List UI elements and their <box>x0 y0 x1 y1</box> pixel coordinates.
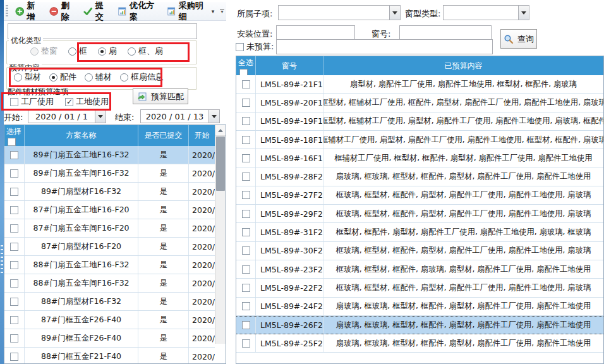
window-row[interactable]: LM5L-89#-28F26扇玻璃, 框玻璃, 框型材, 框配件, 扇型材, 扇… <box>236 167 603 186</box>
checkbox-option[interactable]: 工地使用 <box>65 96 109 107</box>
plan-row[interactable]: 88#门扇型材F16-F32是2020/0 <box>4 293 215 311</box>
row-checkbox[interactable] <box>242 339 250 348</box>
row-checkbox[interactable] <box>10 298 18 306</box>
column-header-select[interactable]: 选择 <box>4 125 25 146</box>
row-select-cell[interactable] <box>236 242 256 260</box>
row-checkbox[interactable] <box>10 206 18 214</box>
row-checkbox[interactable] <box>242 191 250 199</box>
window-row[interactable]: LM5L-89#-16F15框辅材工厂使用, 框型材, 框配件, 扇型材, 扇配… <box>236 149 603 167</box>
window-row[interactable]: LM5L-89#-19F17框型材, 框辅材工厂使用, 扇型材, 扇配件工厂使用… <box>236 112 603 131</box>
row-select-cell[interactable] <box>236 334 256 352</box>
vertical-scrollbar[interactable] <box>215 125 226 344</box>
row-checkbox[interactable] <box>10 243 18 251</box>
end-date-picker[interactable]: 2020 / 01 / 13 <box>140 109 220 123</box>
row-checkbox[interactable] <box>10 261 18 269</box>
window-row[interactable]: LM5L-89#-31F29框型材, 框配件, 扇型材, 扇配件工厂使用, 扇配… <box>236 223 603 241</box>
column-header-start[interactable]: 开始 <box>189 125 215 146</box>
toolbar-grip[interactable] <box>6 5 8 18</box>
row-checkbox[interactable] <box>242 284 250 292</box>
end-date-dropdown-button[interactable] <box>208 110 219 123</box>
row-checkbox[interactable] <box>10 151 18 159</box>
row-checkbox[interactable] <box>242 80 250 88</box>
window-row[interactable]: LM5L-89#-23F21框玻璃, 框型材, 框配件, 扇玻璃, 扇型材, 扇… <box>236 260 603 279</box>
radio-option[interactable]: 框 <box>68 46 87 57</box>
row-select-cell[interactable] <box>236 260 256 278</box>
select-all-checkbox[interactable] <box>8 138 16 146</box>
row-select-cell[interactable] <box>4 219 25 237</box>
row-checkbox[interactable] <box>10 316 18 324</box>
plan-row[interactable]: 88#门扇五金工地F16-F32是2020/0 <box>4 256 215 274</box>
no-budget-input[interactable] <box>276 39 493 54</box>
plan-row[interactable]: 89#门扇五金工地F16-F32是2020/0 <box>4 146 215 164</box>
scrollbar-up-button[interactable] <box>215 125 226 136</box>
row-checkbox[interactable] <box>242 173 250 181</box>
window-row[interactable]: LM5L-89#-22F20框玻璃, 框型材, 框配件, 扇型材, 扇配件工厂使… <box>236 279 603 297</box>
row-select-cell[interactable] <box>236 317 256 334</box>
row-checkbox[interactable] <box>242 210 250 218</box>
row-checkbox[interactable] <box>242 246 250 255</box>
row-select-cell[interactable] <box>236 298 256 315</box>
dock-grip-handle[interactable] <box>1 245 3 274</box>
row-select-cell[interactable] <box>4 293 25 310</box>
row-select-cell[interactable] <box>236 94 256 111</box>
window-row[interactable]: LM5L-89#-27F25框玻璃, 框型材, 框配件, 扇型材, 扇配件工厂使… <box>236 186 603 205</box>
plan-row[interactable]: 87#门扇型材F16-F20是2020/0 <box>4 238 215 256</box>
checkbox-option[interactable]: 工厂使用 <box>10 96 54 107</box>
row-select-cell[interactable] <box>4 256 25 274</box>
window-row[interactable]: LM5L-89#-18F16框辅材工厂使用, 扇型材, 扇配件工厂使用, 扇配件… <box>236 131 603 149</box>
row-select-cell[interactable] <box>4 311 25 329</box>
row-select-cell[interactable] <box>236 279 256 296</box>
delete-button[interactable]: 删除 <box>45 0 80 25</box>
column-header-submitted[interactable]: 是否已提交 <box>138 125 189 146</box>
window-row[interactable]: LM5L-89#-29F27框玻璃, 框型材, 框配件, 扇型材, 扇配件工厂使… <box>236 205 603 223</box>
plan-row[interactable]: 89#门扇型材F16-F32是2020/0 <box>4 183 215 201</box>
sub-item-combobox[interactable] <box>278 5 401 20</box>
row-select-cell[interactable] <box>236 205 256 222</box>
start-date-picker[interactable]: 2020 / 01 / 1 <box>28 109 106 123</box>
purchase-detail-button[interactable]: 采购明细 ▾ <box>163 0 218 25</box>
row-select-cell[interactable] <box>4 164 25 182</box>
row-checkbox[interactable] <box>242 117 250 125</box>
row-select-cell[interactable] <box>4 238 25 255</box>
row-select-cell[interactable] <box>4 146 25 164</box>
window-row[interactable]: LM5L-89#-20F18框型材, 框辅材工厂使用, 框配件, 扇型材, 扇配… <box>236 94 603 112</box>
window-type-dropdown-button[interactable] <box>518 6 529 20</box>
plan-row[interactable]: 87#门框五金F26-F40是2020/0 <box>4 311 215 329</box>
radio-option[interactable]: 辅材 <box>85 71 112 83</box>
row-checkbox[interactable] <box>10 353 18 361</box>
query-button[interactable]: 查询 <box>500 29 537 49</box>
plan-row[interactable]: 87#门扇五金车间F16-F20是2020/0 <box>4 219 215 238</box>
no-budget-checkbox[interactable] <box>236 43 244 51</box>
toolbar-overflow-button[interactable]: ▾ <box>218 4 226 18</box>
row-checkbox[interactable] <box>242 99 250 107</box>
radio-option[interactable]: 配件 <box>49 71 76 83</box>
row-select-cell[interactable] <box>4 329 25 347</box>
window-no-input[interactable] <box>399 25 492 40</box>
row-select-cell[interactable] <box>4 274 25 292</box>
row-select-cell[interactable] <box>236 149 256 167</box>
row-select-cell[interactable] <box>4 183 25 200</box>
row-checkbox[interactable] <box>242 228 250 236</box>
row-checkbox[interactable] <box>242 136 250 144</box>
start-date-dropdown-button[interactable] <box>95 110 106 123</box>
window-row[interactable]: LM5L-89#-24F22扇玻璃, 框玻璃, 框型材, 框配件, 扇型材, 扇… <box>236 298 603 316</box>
row-checkbox[interactable] <box>10 334 18 343</box>
plan-row[interactable]: 89#门扇五金车间F16-F32是2020/0 <box>4 164 215 183</box>
row-select-cell[interactable] <box>236 131 256 149</box>
optimize-plan-button[interactable]: 优化方案 <box>114 0 163 25</box>
radio-option[interactable]: 框扇信息 <box>120 71 164 83</box>
plan-row[interactable]: 88#门扇五金车间F16-F32是2020/0 <box>4 274 215 293</box>
window-row[interactable]: LM5L-89#-26F24扇玻璃, 框玻璃, 框型材, 框配件, 扇型材, 扇… <box>236 316 603 334</box>
window-row[interactable]: LM5L-89#-25F23扇玻璃, 框玻璃, 框型材, 框配件, 扇型材, 扇… <box>236 334 603 353</box>
column-header-select-all[interactable]: 全选 <box>236 56 256 75</box>
row-checkbox[interactable] <box>242 302 250 310</box>
row-checkbox[interactable] <box>242 321 250 329</box>
row-select-cell[interactable] <box>4 348 25 364</box>
row-select-cell[interactable] <box>236 112 256 130</box>
row-checkbox[interactable] <box>10 169 18 178</box>
plan-row[interactable]: 87#门扇五金工地F16-F20是2020/0 <box>4 201 215 219</box>
row-select-cell[interactable] <box>236 167 256 185</box>
row-checkbox[interactable] <box>242 154 250 162</box>
column-header-window-no[interactable]: 窗号 <box>256 56 323 75</box>
row-checkbox[interactable] <box>10 224 18 233</box>
